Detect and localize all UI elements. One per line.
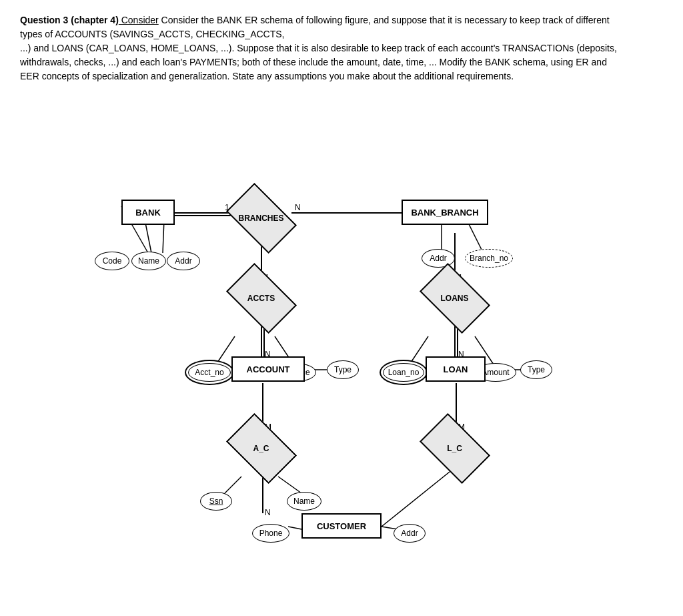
question-heading: Question 3 (chapter 4) bbox=[20, 15, 119, 25]
acct-no-attribute: Acct_no bbox=[188, 363, 231, 382]
addr-customer-attribute: Addr bbox=[394, 524, 426, 543]
bank-entity: BANK bbox=[121, 200, 175, 225]
svg-line-24 bbox=[225, 477, 241, 493]
accts-relationship: ACCTS bbox=[229, 276, 293, 320]
account-entity: ACCOUNT bbox=[231, 356, 305, 382]
code-attribute: Code bbox=[95, 252, 129, 270]
phone-attribute: Phone bbox=[252, 524, 289, 543]
type-account-attribute: Type bbox=[327, 360, 359, 379]
loan-entity: LOAN bbox=[426, 356, 486, 382]
addr-bank-attribute: Addr bbox=[167, 252, 200, 270]
mult-branches-branch: N bbox=[295, 203, 301, 212]
branches-relationship: BRANCHES bbox=[229, 196, 293, 240]
name-bank-attribute: Name bbox=[131, 252, 166, 270]
name-customer-attribute: Name bbox=[287, 492, 321, 511]
question-text2: ...) and LOANS (CAR_LOANS, HOME_LOANS, .… bbox=[20, 43, 617, 81]
bank-branch-entity: BANK_BRANCH bbox=[402, 200, 488, 225]
mult-ac-n: N bbox=[265, 508, 271, 517]
loan-no-attribute: Loan_no bbox=[383, 363, 424, 382]
lc-relationship: L_C bbox=[423, 426, 486, 470]
ac-relationship: A_C bbox=[229, 426, 293, 470]
type-loan-attribute: Type bbox=[520, 360, 552, 379]
consider-underline: Consider bbox=[119, 15, 159, 25]
customer-entity: CUSTOMER bbox=[301, 513, 382, 539]
mult-branches-bank: 1 bbox=[225, 203, 229, 212]
connector-lines bbox=[55, 99, 628, 553]
branch-no-attribute: Branch_no bbox=[465, 249, 513, 268]
question-text: Question 3 (chapter 4) Consider Consider… bbox=[20, 13, 620, 83]
er-diagram: BANK BRANCHES BANK_BRANCH Code Name Addr… bbox=[55, 99, 628, 553]
svg-line-7 bbox=[468, 223, 482, 250]
loans-relationship: LOANS bbox=[423, 276, 486, 320]
svg-line-23 bbox=[382, 467, 456, 527]
ssn-attribute: Ssn bbox=[200, 492, 232, 511]
svg-line-25 bbox=[278, 477, 301, 493]
